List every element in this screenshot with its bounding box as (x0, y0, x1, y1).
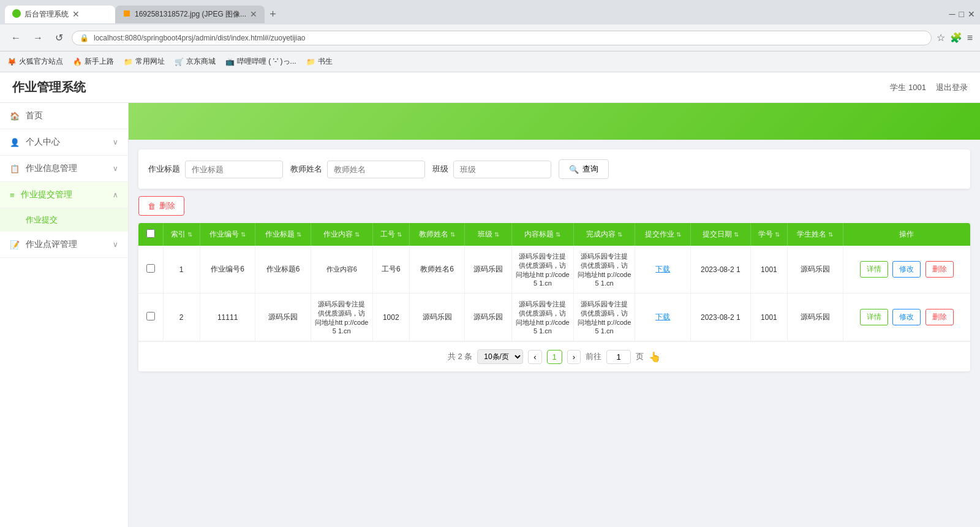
search-field-teacher: 教师姓名 (290, 161, 425, 178)
sort-icon-class[interactable]: ⇅ (494, 231, 499, 238)
prev-page-button[interactable]: ‹ (528, 350, 541, 364)
sidebar-subitem-homework-submit[interactable]: 作业提交 (0, 208, 128, 232)
newuser-icon: 🔥 (73, 58, 82, 66)
title-input[interactable] (185, 161, 283, 178)
sort-icon-submit-work[interactable]: ⇅ (676, 231, 681, 238)
sort-icon-student-id[interactable]: ⇅ (775, 231, 780, 238)
cell-class: 源码乐园 (465, 246, 512, 294)
bookmark-bili[interactable]: 📺 哔哩哔哩 ( '-' )っ... (225, 56, 296, 67)
sort-icon-content-mark[interactable]: ⇅ (556, 231, 560, 238)
sort-icon-work-num[interactable]: ⇅ (397, 231, 402, 238)
tab1-close[interactable]: ✕ (72, 9, 80, 19)
bookmark-star-icon[interactable]: ☆ (937, 32, 945, 44)
homework-info-icon: 📋 (10, 164, 20, 173)
edit-button-1[interactable]: 修改 (892, 309, 921, 325)
download-link-1[interactable]: 下载 (655, 313, 670, 321)
cell-complete-content: 源码乐园专注提供优质源码，访问地址htt p://code5 1.cn (573, 294, 635, 341)
goto-input[interactable] (606, 350, 631, 364)
select-all-checkbox[interactable] (146, 229, 155, 238)
teacher-label: 教师姓名 (290, 164, 322, 175)
sort-icon-teacher-name[interactable]: ⇅ (450, 231, 455, 238)
new-tab-button[interactable]: + (265, 8, 281, 21)
sort-icon-job-num[interactable]: ⇅ (241, 231, 246, 238)
sort-icon-student-name[interactable]: ⇅ (828, 231, 833, 238)
cell-student-id: 1001 (750, 246, 787, 294)
cell-submit-work[interactable]: 下载 (635, 246, 691, 294)
bookmark-newuser[interactable]: 🔥 新手上路 (73, 56, 114, 67)
back-button[interactable]: ← (7, 30, 24, 46)
detail-button-0[interactable]: 详情 (860, 261, 888, 278)
row-checkbox-cell[interactable] (138, 294, 163, 341)
sort-icon-index[interactable]: ⇅ (187, 231, 192, 238)
header-index: 索引⇅ (163, 223, 200, 246)
header-work-num: 工号⇅ (372, 223, 409, 246)
minimize-button[interactable]: ─ (949, 9, 956, 19)
sidebar-item-homework-submit[interactable]: ≡ 作业提交管理 ∧ (0, 182, 128, 208)
sort-icon-complete-content[interactable]: ⇅ (617, 231, 622, 238)
cell-index: 2 (163, 294, 200, 341)
next-page-button[interactable]: › (567, 350, 581, 364)
sidebar-item-homework-info[interactable]: 📋 作业信息管理 ∨ (0, 156, 128, 182)
cell-student-id: 1001 (750, 294, 787, 341)
bookmark-common[interactable]: 📁 常用网址 (124, 56, 165, 67)
sort-icon-job-title[interactable]: ⇅ (296, 231, 301, 238)
extensions-icon[interactable]: 🧩 (950, 32, 962, 44)
row-checkbox-cell[interactable] (138, 246, 163, 294)
page-unit: 页 (636, 351, 644, 362)
sort-icon-submit-date[interactable]: ⇅ (734, 231, 739, 238)
close-window-button[interactable]: ✕ (968, 9, 975, 19)
personal-arrow: ∨ (113, 138, 118, 146)
forward-button[interactable]: → (29, 30, 47, 46)
teacher-input[interactable] (327, 161, 425, 178)
batch-delete-button[interactable]: 🗑 删除 (138, 196, 184, 216)
menu-icon[interactable]: ≡ (967, 32, 973, 44)
cell-submit-date: 2023-08-2 1 (690, 294, 750, 341)
header-student-name: 学生姓名⇅ (788, 223, 843, 246)
sidebar-item-personal[interactable]: 👤 个人中心 ∨ (0, 129, 128, 156)
download-link-0[interactable]: 下载 (655, 265, 670, 273)
cell-teacher-name: 源码乐园 (409, 294, 465, 341)
header-job-num: 作业编号⇅ (200, 223, 255, 246)
sidebar-item-home[interactable]: 🏠 首页 (0, 103, 128, 129)
cell-work-num: 工号6 (372, 246, 409, 294)
table-row: 1 作业编号6 作业标题6 作业内容6 工号6 教师姓名6 源码乐园 源码乐园专… (138, 246, 970, 294)
tab2-close[interactable]: ✕ (250, 9, 257, 19)
address-text: localhost:8080/springboot4prsj/admin/dis… (94, 34, 306, 42)
current-page: 1 (547, 350, 562, 364)
bookmark-student[interactable]: 📁 书生 (306, 56, 333, 67)
header-checkbox-cell[interactable] (138, 223, 163, 246)
sidebar-item-homework-review[interactable]: 📝 作业点评管理 ∨ (0, 232, 128, 258)
detail-button-1[interactable]: 详情 (860, 309, 888, 325)
maximize-button[interactable]: □ (959, 9, 964, 19)
delete-button-0[interactable]: 删除 (925, 261, 954, 278)
sort-icon-job-content[interactable]: ⇅ (355, 231, 360, 238)
address-bar[interactable]: 🔒 localhost:8080/springboot4prsj/admin/d… (72, 31, 932, 45)
header-submit-work: 提交作业⇅ (635, 223, 691, 246)
total-count: 共 2 条 (448, 351, 472, 362)
header-content-mark: 内容标题⇅ (512, 223, 574, 246)
bookmark-foxsite[interactable]: 🦊 火狐官方站点 (7, 56, 63, 67)
logout-button[interactable]: 退出登录 (936, 82, 968, 93)
search-icon: 🔍 (569, 165, 579, 174)
cell-submit-work[interactable]: 下载 (635, 294, 691, 341)
cell-content-mark: 源码乐园专注提供优质源码，访问地址htt p://code5 1.cn (512, 294, 574, 341)
search-button[interactable]: 🔍 查询 (559, 159, 609, 179)
row-checkbox-1[interactable] (146, 312, 155, 320)
refresh-button[interactable]: ↺ (51, 29, 67, 46)
title-label: 作业标题 (148, 164, 180, 175)
page-size-select[interactable]: 10条/页 20条/页 50条/页 (477, 349, 523, 364)
delete-button-1[interactable]: 删除 (925, 309, 954, 325)
delete-icon: 🗑 (148, 202, 156, 211)
cell-job-title: 作业标题6 (255, 246, 311, 294)
homework-info-arrow: ∨ (113, 164, 118, 173)
row-checkbox-0[interactable] (146, 264, 155, 273)
browser-tab-1[interactable]: 后台管理系统 ✕ (5, 6, 115, 23)
cell-actions: 详情 修改 删除 (843, 246, 970, 294)
class-input[interactable] (453, 161, 551, 178)
header-teacher-name: 教师姓名⇅ (409, 223, 465, 246)
bookmark-jd[interactable]: 🛒 京东商城 (175, 56, 216, 67)
edit-button-0[interactable]: 修改 (892, 261, 921, 278)
browser-tab-2[interactable]: 1692581318572.jpg (JPEG 图像... ✕ (115, 6, 265, 23)
cell-class: 源码乐园 (465, 294, 512, 341)
address-lock-icon: 🔒 (80, 34, 89, 42)
